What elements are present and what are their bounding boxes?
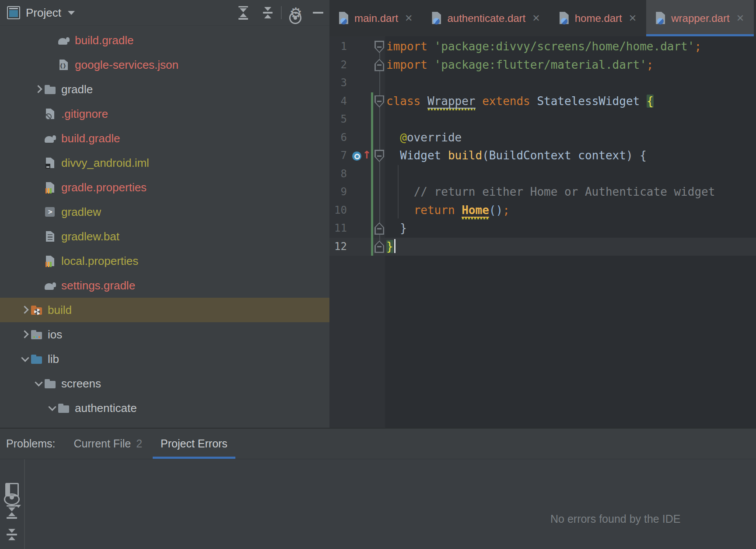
code-text: Widget build(BuildContext context) { [386,147,647,165]
code-line[interactable]: 2 ↑ import 'package:flutter/material.dar… [329,56,756,74]
editor-tab[interactable]: authenticate.dart ✕ [422,0,550,36]
editor-tab[interactable]: wrapper.dart ✕ [646,0,754,36]
ide-window: Project ⚙ build.gradle google-services.j… [0,0,756,549]
code-line[interactable]: 6 ↑ @override [329,129,756,147]
editor-tab[interactable]: home.dart ✕ [550,0,647,36]
line-number[interactable]: 7 [329,147,347,165]
tree-row[interactable]: local.properties [0,249,329,273]
code-editor[interactable]: 1 ↑ import 'package:divvy/screens/home/h… [329,36,756,428]
problems-tab[interactable]: Current File 2 [74,429,143,459]
problems-label: Problems: [6,437,56,450]
line-number[interactable]: 10 [329,201,347,220]
close-tab-icon[interactable]: ✕ [736,13,744,24]
tab-label: home.dart [575,12,622,25]
project-dropdown-icon[interactable] [68,11,75,15]
chevron-icon[interactable] [19,329,31,340]
file-type-icon [58,59,70,71]
fold-marker-icon[interactable] [374,59,384,71]
code-text: class Wrapper extends StatelessWidget { [386,92,654,111]
tree-item-label: authenticate [75,401,137,415]
tree-row[interactable]: screens [0,371,329,396]
chevron-icon[interactable] [46,402,58,414]
code-line[interactable]: 9 ↑ // return either Home or Authenticat… [329,183,756,201]
file-type-icon [44,206,56,218]
dart-file-icon [656,12,666,25]
line-number[interactable]: 11 [329,219,347,238]
expand-all-icon[interactable] [236,5,251,20]
layout-settings-icon[interactable] [4,482,20,497]
code-line[interactable]: 12 ↑ } [329,238,756,256]
chevron-icon[interactable] [19,304,31,316]
code-line[interactable]: 8 ↑ [329,165,756,183]
chevron-icon[interactable] [33,378,44,389]
close-tab-icon[interactable]: ✕ [532,13,540,24]
problems-tab[interactable]: Project Errors [161,429,228,459]
line-number[interactable]: 3 [329,74,347,92]
code-text: } [386,219,407,238]
tree-row[interactable]: ios [0,322,329,347]
tree-row[interactable]: .gitignore [0,102,329,126]
line-number[interactable]: 2 [329,56,347,74]
editor-tab-bar: main.dart ✕ authenticate.dart ✕ home.dar… [329,0,756,36]
tree-row[interactable]: google-services.json [0,53,329,77]
project-panel: Project ⚙ build.gradle google-services.j… [0,0,329,428]
code-line[interactable]: 10 ↑ return Home(); [329,201,756,220]
fold-marker-icon[interactable] [374,222,384,235]
file-type-icon [31,304,43,316]
chevron-icon[interactable] [19,353,31,365]
tree-row[interactable]: gradle [0,77,329,102]
line-number[interactable]: 5 [329,110,347,129]
line-number[interactable]: 4 [329,92,347,111]
code-line[interactable]: 11 ↑ } [329,219,756,238]
collapse-all-icon[interactable] [260,5,275,20]
code-line[interactable]: 4 ↑ class Wrapper extends StatelessWidge… [329,92,756,111]
chevron-icon[interactable] [33,84,44,95]
line-number[interactable]: 1 [329,38,347,56]
project-panel-header: Project ⚙ [0,0,329,26]
dart-file-icon [339,12,350,25]
tree-row[interactable]: gradlew.bat [0,224,329,249]
close-tab-icon[interactable]: ✕ [405,13,413,24]
fold-marker-icon[interactable] [374,41,384,53]
code-line[interactable]: 3 ↑ [329,74,756,92]
tree-row[interactable]: settings.gradle [0,273,329,298]
code-line[interactable]: 1 ↑ import 'package:divvy/screens/home/h… [329,38,756,56]
fold-marker-icon[interactable] [374,150,384,162]
file-type-icon [31,328,43,341]
code-line[interactable]: 5 ↑ [329,110,756,129]
code-line[interactable]: 7 ↑ Widget build(BuildContext context) { [329,147,756,165]
tree-row[interactable]: lib [0,347,329,371]
problems-tab-label: Project Errors [161,437,228,450]
code-lines: 1 ↑ import 'package:divvy/screens/home/h… [329,38,756,256]
editor-tab[interactable]: main.dart ✕ [329,0,422,36]
line-number[interactable]: 8 [329,165,347,183]
file-type-icon [44,255,56,267]
line-number[interactable]: 9 [329,183,347,201]
project-tool-icon [7,6,20,19]
hide-panel-icon[interactable] [311,5,326,20]
file-type-icon [44,377,56,390]
tree-row[interactable]: build [0,298,329,322]
tree-row[interactable]: build.gradle [0,126,329,151]
problems-toolbar-separator [24,459,25,549]
settings-gear-icon[interactable]: ⚙ [288,5,303,20]
line-number[interactable]: 6 [329,129,347,147]
tree-item-label: lib [48,352,59,366]
tree-row[interactable]: divvy_android.iml [0,151,329,175]
toolbar-separator [281,6,282,19]
fold-marker-icon[interactable] [374,241,384,253]
problems-expand-all-icon[interactable] [4,504,20,520]
tree-item-label: ios [48,328,62,341]
tree-row[interactable]: gradlew [0,200,329,224]
line-number[interactable]: 12 [329,238,347,256]
tree-row[interactable]: authenticate [0,396,329,420]
tree-row[interactable]: build.gradle [0,28,329,53]
close-tab-icon[interactable]: ✕ [629,13,637,24]
no-errors-message: No errors found by the IDE [550,513,680,525]
problems-collapse-all-icon[interactable] [4,527,20,542]
file-type-icon [31,353,43,365]
project-panel-title[interactable]: Project [26,6,61,20]
fold-marker-icon[interactable] [374,95,384,108]
tree-row[interactable]: gradle.properties [0,175,329,200]
code-text: import 'package:divvy/screens/home/home.… [386,38,701,56]
